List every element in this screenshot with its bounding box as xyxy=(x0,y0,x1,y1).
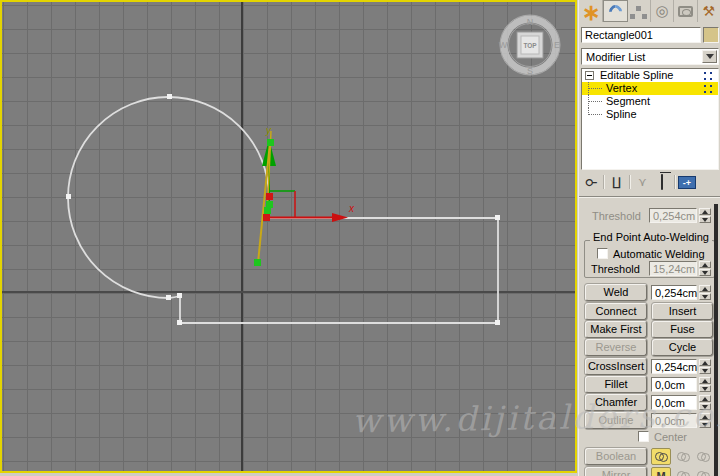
insert-button[interactable]: Insert xyxy=(652,303,713,320)
cross-insert-button[interactable]: CrossInsert xyxy=(585,358,647,375)
tab-motion[interactable]: ◎ xyxy=(651,0,674,22)
threshold2-label: Threshold xyxy=(591,263,640,275)
connect-button[interactable]: Connect xyxy=(585,303,647,320)
configure-modifier-sets-icon[interactable]: -+ xyxy=(678,176,696,189)
gizmo-x-label: x xyxy=(348,203,355,214)
make-unique-icon[interactable]: ⋎ xyxy=(633,175,652,189)
automatic-welding-checkbox[interactable] xyxy=(597,248,608,259)
panel-divider xyxy=(579,196,720,198)
fillet-spinner[interactable] xyxy=(699,377,711,392)
viewcube-top-face[interactable]: TOP xyxy=(523,42,537,49)
outline-spinner[interactable] xyxy=(699,413,711,428)
modifier-stack: Editable Spline Vertex Segment Spline xyxy=(581,68,719,170)
hierarchy-icon xyxy=(636,6,641,11)
threshold-field[interactable]: 0,254cm xyxy=(649,208,697,223)
chamfer-field[interactable]: 0,0cm xyxy=(651,395,697,410)
tab-hierarchy[interactable] xyxy=(628,0,651,22)
stack-item-vertex[interactable]: Vertex xyxy=(582,82,718,95)
subobject-dots-icon xyxy=(703,84,714,94)
pin-stack-icon[interactable]: ⚲ xyxy=(583,173,598,192)
dropdown-button[interactable] xyxy=(702,50,717,63)
threshold2-spinner[interactable] xyxy=(699,261,711,276)
group-title: End Point Auto-Welding xyxy=(590,231,712,243)
display-icon xyxy=(678,6,693,17)
top-viewport[interactable]: y x xyxy=(0,0,577,473)
boolean-button[interactable]: Boolean xyxy=(585,448,647,465)
make-first-button[interactable]: Make First xyxy=(585,321,647,338)
fuse-button[interactable]: Fuse xyxy=(652,321,713,338)
boolean-subtract-icon[interactable] xyxy=(674,448,692,465)
weld-value-field[interactable]: 0,254cm xyxy=(651,285,697,300)
tab-utilities[interactable]: ⚒ xyxy=(698,0,720,22)
center-checkbox[interactable] xyxy=(638,431,649,442)
threshold-label: Threshold xyxy=(592,210,641,222)
fillet-button[interactable]: Fillet xyxy=(585,376,647,393)
viewcube-north[interactable]: N xyxy=(527,17,534,27)
subobject-dots-icon xyxy=(703,71,714,81)
cross-insert-field[interactable]: 0,254cm xyxy=(651,359,697,374)
motion-icon: ◎ xyxy=(656,2,669,20)
chamfer-button[interactable]: Chamfer xyxy=(585,394,647,411)
viewcube-west[interactable]: W xyxy=(499,40,508,50)
cross-insert-spinner[interactable] xyxy=(699,359,711,374)
cycle-button[interactable]: Cycle xyxy=(652,339,713,356)
weld-spinner[interactable] xyxy=(699,285,711,300)
center-label: Center xyxy=(654,431,687,443)
collapse-minus-icon[interactable] xyxy=(585,71,594,80)
command-panel-tabs: ∗ ◎ ⚒ xyxy=(580,0,720,22)
remove-modifier-icon[interactable] xyxy=(652,175,671,189)
gizmo-x-arrowhead[interactable] xyxy=(332,213,348,222)
outline-button[interactable]: Outline xyxy=(585,412,647,429)
object-name-field[interactable] xyxy=(581,27,701,43)
modifier-list-dropdown[interactable]: Modifier List xyxy=(581,48,719,65)
stack-item-editable-spline[interactable]: Editable Spline xyxy=(582,69,718,82)
editable-spline-shape[interactable] xyxy=(68,97,498,323)
weld-button[interactable]: Weld xyxy=(585,284,647,301)
stack-item-label: Spline xyxy=(606,108,637,121)
command-panel: ∗ ◎ ⚒ Modifier List Editable Spline Vert… xyxy=(578,0,720,476)
fillet-field[interactable]: 0,0cm xyxy=(651,377,697,392)
tab-display[interactable] xyxy=(674,0,697,22)
viewcube[interactable]: N S W E TOP xyxy=(499,15,560,76)
threshold-spinner[interactable] xyxy=(699,208,711,223)
stack-item-segment[interactable]: Segment xyxy=(582,95,718,108)
automatic-welding-label: Automatic Welding xyxy=(613,248,705,260)
reverse-button[interactable]: Reverse xyxy=(585,339,647,356)
stack-item-label: Segment xyxy=(606,95,650,108)
chevron-down-icon xyxy=(706,54,714,59)
modify-icon xyxy=(606,2,624,20)
object-color-swatch[interactable] xyxy=(703,27,719,43)
mirror-button[interactable]: Mirror xyxy=(585,467,647,476)
mirror-vertical-icon[interactable] xyxy=(674,467,692,476)
boolean-union-icon[interactable] xyxy=(651,448,671,465)
stack-item-label: Vertex xyxy=(606,82,637,95)
outline-field[interactable]: 0,0cm xyxy=(651,413,697,428)
threshold2-field[interactable]: 15,24cm xyxy=(649,261,697,276)
modifier-list-label: Modifier List xyxy=(586,51,645,63)
stack-toolbar: ⚲ ∐ ⋎ -+ xyxy=(581,172,719,192)
stack-item-spline[interactable]: Spline xyxy=(582,108,718,121)
chamfer-spinner[interactable] xyxy=(699,395,711,410)
stack-item-label: Editable Spline xyxy=(600,69,673,82)
boolean-intersect-icon[interactable] xyxy=(694,448,712,465)
viewcube-east[interactable]: E xyxy=(554,40,560,50)
utilities-icon: ⚒ xyxy=(703,3,716,19)
mirror-both-icon[interactable] xyxy=(694,467,712,476)
show-end-result-icon[interactable]: ∐ xyxy=(607,175,626,189)
mirror-horizontal-icon[interactable]: M xyxy=(651,467,671,476)
tab-create[interactable]: ∗ xyxy=(580,0,603,22)
rollout-scrollbar[interactable] xyxy=(714,204,718,476)
create-icon: ∗ xyxy=(582,4,600,22)
viewcube-south[interactable]: S xyxy=(527,66,533,76)
viewport-scene: y x xyxy=(2,2,575,471)
tab-modify[interactable] xyxy=(603,0,627,22)
